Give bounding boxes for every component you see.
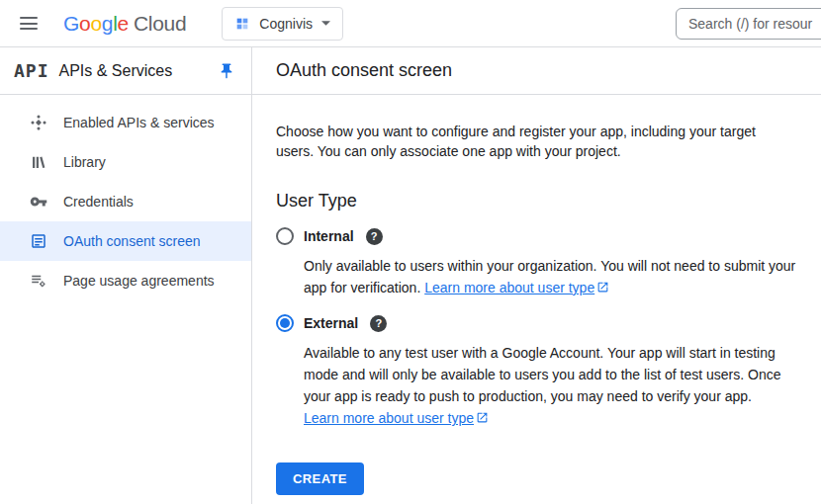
pin-icon[interactable] [216,60,237,82]
google-logo-word: Google [63,12,129,36]
sidebar-item-label: OAuth consent screen [63,233,201,249]
internal-radio[interactable] [276,227,294,245]
menu-icon[interactable] [20,17,38,30]
project-name: Cognivis [259,16,313,32]
api-logo: API [14,60,49,81]
user-type-heading: User Type [276,191,797,211]
intro-text: Choose how you want to configure and reg… [276,122,775,161]
internal-label: Internal [304,228,354,244]
create-button[interactable]: CREATE [276,462,364,495]
learn-more-label: Learn more about user type [304,410,474,426]
sidebar-item-enabled-apis[interactable]: Enabled APIs & services [0,103,251,142]
sidebar-title: APIs & Services [59,62,206,80]
sidebar-item-label: Credentials [63,194,134,210]
help-icon[interactable]: ? [366,228,383,245]
sidebar-nav: Enabled APIs & services Library Credenti… [0,95,251,300]
project-selector[interactable]: Cognivis [222,7,343,41]
external-label: External [304,315,358,331]
sidebar-item-label: Enabled APIs & services [63,115,215,130]
enabled-apis-icon [30,114,47,131]
internal-learn-more-link[interactable]: Learn more about user type [424,280,609,295]
sidebar: API APIs & Services Enabled APIs & servi… [0,47,252,504]
top-bar: Google Cloud Cognivis [0,0,821,47]
sidebar-header: API APIs & Services [0,47,251,95]
user-type-option-internal: Internal ? Only available to users withi… [276,227,797,298]
learn-more-label: Learn more about user type [424,280,594,295]
external-description-text: Available to any test user with a Google… [304,345,781,404]
sidebar-item-library[interactable]: Library [0,142,251,182]
main-panel: OAuth consent screen Choose how you want… [252,47,821,504]
sidebar-item-oauth-consent-screen[interactable]: OAuth consent screen [0,221,251,261]
external-description: Available to any test user with a Google… [304,342,797,429]
cloud-logo-word: Cloud [134,12,186,36]
page-title: OAuth consent screen [252,47,821,95]
project-icon [234,16,250,32]
sidebar-item-label: Library [63,154,106,170]
sidebar-item-label: Page usage agreements [63,273,215,289]
external-link-icon [596,281,609,294]
external-radio[interactable] [276,314,294,332]
internal-description: Only available to users within your orga… [304,255,797,298]
user-type-option-external: External ? Available to any test user wi… [276,314,797,429]
chevron-down-icon [321,21,330,26]
library-icon [30,153,47,171]
sidebar-item-page-usage-agreements[interactable]: Page usage agreements [0,261,251,300]
external-learn-more-link[interactable]: Learn more about user type [304,410,489,426]
google-cloud-logo[interactable]: Google Cloud [63,12,186,36]
help-icon[interactable]: ? [370,315,387,332]
search-input[interactable] [676,8,821,40]
key-icon [30,193,47,210]
content-area: API APIs & Services Enabled APIs & servi… [0,47,821,504]
external-link-icon [476,411,489,424]
main-body: Choose how you want to configure and reg… [252,95,821,495]
agreements-icon [30,272,47,290]
sidebar-item-credentials[interactable]: Credentials [0,182,251,221]
consent-screen-icon [30,232,47,250]
